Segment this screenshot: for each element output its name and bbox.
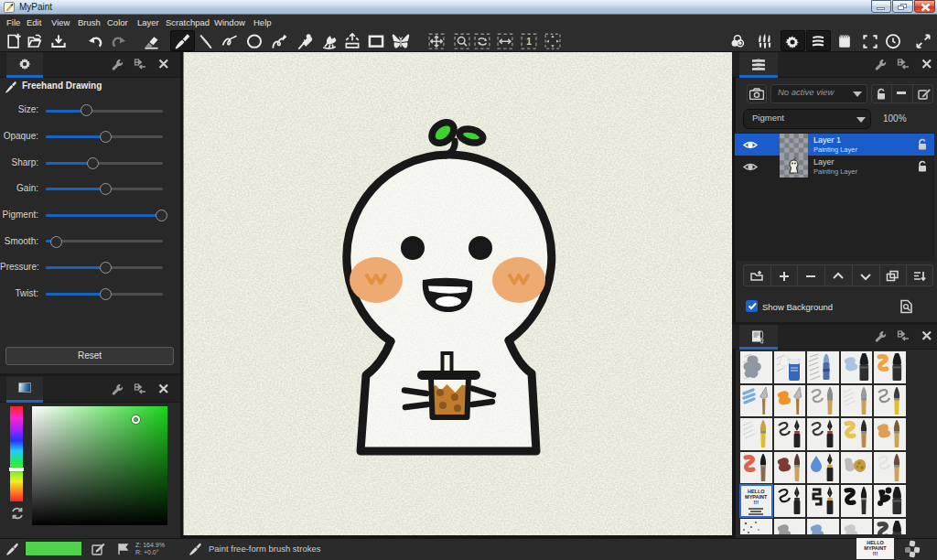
- svg-text:1: 1: [526, 37, 532, 47]
